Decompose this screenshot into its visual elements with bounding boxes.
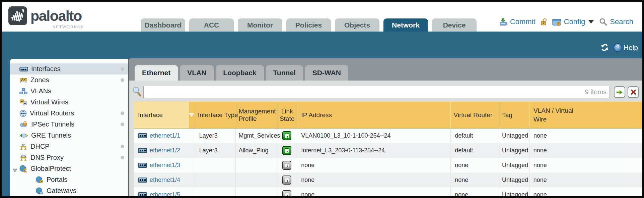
ethernet-port-icon (138, 163, 147, 168)
sidebar-item-gre-tunnels[interactable]: GRE Tunnels (10, 130, 128, 141)
interface-type-cell (195, 188, 236, 196)
interface-link[interactable]: ethernet1/3 (150, 162, 180, 169)
apply-filter-button[interactable] (614, 86, 625, 98)
col-header-interface-type[interactable]: Interface Type (195, 102, 236, 128)
col-header-link-state[interactable]: Link State (277, 102, 297, 128)
tab-device[interactable]: Device (432, 18, 477, 32)
sidebar-dot (121, 145, 124, 148)
col-header-management-profile[interactable]: Management Profile (236, 102, 277, 128)
sort-dropdown[interactable] (189, 102, 195, 128)
virtual-router-cell: none (451, 188, 499, 196)
config-menu[interactable]: Config (564, 17, 585, 26)
ip-address-cell: none (297, 173, 451, 187)
link-state-cell (277, 143, 297, 158)
subtab-loopback[interactable]: Loopback (216, 65, 264, 81)
paloalto-logo-icon (8, 6, 27, 25)
sidebar-item-virtual-routers[interactable]: Virtual Routers (10, 108, 128, 119)
table-row[interactable]: ethernet1/2 Layer3 Allow_Ping Internet_L… (134, 143, 642, 158)
sidebar-item-vlans[interactable]: VLANs (10, 86, 128, 97)
subtab-ethernet[interactable]: Ethernet (135, 65, 178, 81)
sidebar-dot (121, 78, 124, 82)
sidebar-item-label: DHCP (30, 143, 50, 150)
search-button[interactable]: Search (610, 17, 633, 26)
top-bar: paloalto NETWORKS® Dashboard ACC Monitor… (2, 2, 642, 32)
commit-button[interactable]: Commit (510, 17, 535, 26)
management-profile-cell (236, 158, 277, 172)
interface-link[interactable]: ethernet1/4 (150, 177, 180, 184)
interface-link[interactable]: ethernet1/1 (150, 132, 180, 139)
sort-triangle-icon (189, 113, 194, 117)
virtual-router-cell: default (451, 143, 499, 158)
interfaces-icon (19, 66, 28, 72)
table-row[interactable]: ethernet1/5 none none Untagged none (134, 188, 642, 196)
table-body: ethernet1/1 Layer3 Mgmt_Services VLAN010… (134, 129, 642, 196)
sidebar-item-interfaces[interactable]: Interfaces (10, 63, 128, 75)
dns-proxy-icon: DNS (19, 154, 27, 161)
interface-link[interactable]: ethernet1/2 (150, 147, 180, 154)
main-panel: Ethernet VLAN Loopback Tunnel SD-WAN 9 i… (129, 58, 642, 196)
tab-dashboard[interactable]: Dashboard (141, 18, 185, 32)
tab-acc[interactable]: ACC (189, 18, 234, 32)
tab-network[interactable]: Network (383, 18, 428, 32)
sidebar-item-label: Portals (47, 176, 67, 184)
lock-icon[interactable] (540, 18, 548, 26)
paloalto-logo: paloalto NETWORKS® (8, 6, 85, 29)
portals-icon (35, 176, 44, 184)
col-header-vlan-virtual-wire[interactable]: VLAN / Virtual Wire (529, 102, 642, 128)
sidebar-item-dns-proxy[interactable]: DNS DNS Proxy (10, 152, 128, 163)
collapse-triangle-icon[interactable] (12, 166, 17, 174)
filter-input[interactable] (143, 86, 610, 98)
vlan-virtual-wire-cell: none (529, 188, 642, 196)
col-header-tag[interactable]: Tag (499, 102, 529, 128)
sidebar-item-globalprotect[interactable]: GlobalProtect (10, 163, 128, 174)
subtab-sdwan[interactable]: SD-WAN (305, 65, 348, 81)
subtab-tunnel[interactable]: Tunnel (266, 65, 303, 81)
col-header-virtual-router[interactable]: Virtual Router (451, 102, 499, 128)
sidebar-item-gateways[interactable]: Gateways (10, 185, 128, 196)
management-profile-cell (236, 188, 277, 196)
link-state-icon (282, 146, 291, 155)
config-icon (552, 18, 561, 26)
tab-objects[interactable]: Objects (335, 18, 379, 32)
tag-cell: Untagged (499, 158, 529, 172)
vlan-virtual-wire-cell: none (529, 129, 642, 143)
sidebar-item-virtual-wires[interactable]: Virtual Wires (10, 97, 128, 108)
gateways-icon (35, 187, 44, 195)
management-profile-cell: Mgmt_Services (236, 129, 277, 143)
ethernet-port-icon (138, 192, 147, 196)
interface-link[interactable]: ethernet1/5 (150, 191, 180, 196)
ethernet-port-icon (138, 148, 147, 153)
vlan-virtual-wire-cell: none (529, 158, 642, 172)
interface-type-cell: Layer3 (195, 129, 236, 143)
ip-address-cell: none (297, 158, 451, 172)
help-label[interactable]: Help (624, 44, 638, 52)
sidebar-dot (121, 122, 124, 126)
sidebar-item-ipsec-tunnels[interactable]: IPSec Tunnels (10, 119, 128, 130)
table-row[interactable]: ethernet1/4 none none Untagged none (134, 173, 642, 188)
filter-search-icon (132, 87, 142, 98)
link-state-cell (277, 173, 297, 187)
green-arrow-icon (616, 90, 623, 95)
interfaces-table: Interface Interface Type Management Prof… (134, 102, 642, 196)
filter-toolbar: 9 items (132, 86, 642, 99)
sidebar-item-portals[interactable]: Portals (10, 174, 128, 185)
refresh-icon[interactable] (600, 43, 609, 52)
tab-monitor[interactable]: Monitor (238, 18, 282, 32)
virtual-router-cell: none (451, 158, 499, 172)
tab-policies[interactable]: Policies (286, 18, 331, 32)
link-state-icon (282, 131, 291, 140)
management-profile-cell (236, 173, 277, 187)
tag-cell: Untagged (499, 129, 529, 143)
subtab-vlan[interactable]: VLAN (180, 65, 214, 81)
table-row[interactable]: ethernet1/1 Layer3 Mgmt_Services VLAN010… (134, 129, 642, 143)
help-icon[interactable]: ? (614, 43, 622, 52)
sidebar-item-dhcp[interactable]: IP DHCP (10, 141, 128, 152)
link-state-icon (282, 161, 291, 170)
col-header-interface[interactable]: Interface (134, 102, 189, 128)
management-profile-cell: Allow_Ping (236, 143, 277, 158)
sidebar-item-zones[interactable]: Zones (10, 75, 128, 86)
table-row[interactable]: ethernet1/3 none none Untagged none (134, 158, 642, 173)
chevron-down-icon[interactable] (588, 20, 594, 23)
col-header-ip-address[interactable]: IP Address (297, 102, 451, 128)
clear-filter-button[interactable] (628, 86, 639, 98)
